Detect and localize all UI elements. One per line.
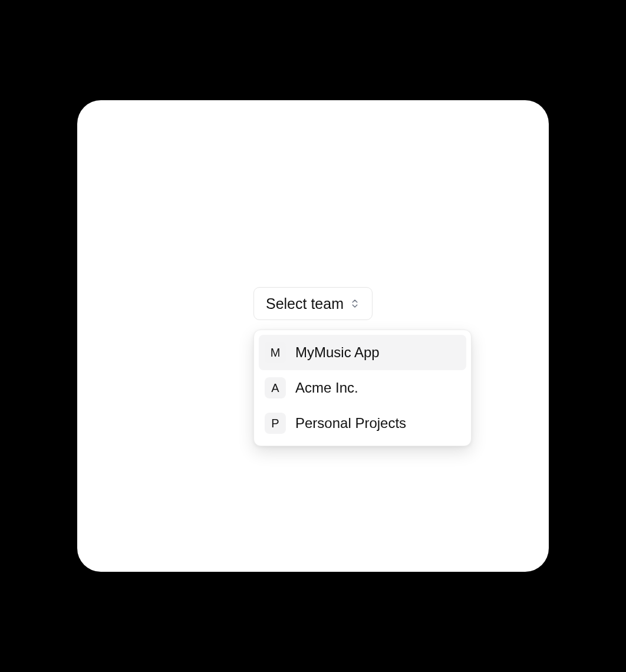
option-label: Personal Projects: [295, 415, 406, 432]
option-label: MyMusic App: [295, 344, 380, 361]
team-selector: Select team M MyMusic App A Acme Inc.: [253, 287, 373, 320]
select-team-trigger[interactable]: Select team: [253, 287, 373, 320]
avatar: M: [265, 342, 286, 363]
option-label: Acme Inc.: [295, 380, 358, 397]
avatar-initial: P: [271, 417, 279, 430]
avatar: P: [265, 413, 286, 434]
team-option-mymusic[interactable]: M MyMusic App: [259, 335, 466, 370]
chevrons-up-down-icon: [350, 298, 360, 309]
card: Select team M MyMusic App A Acme Inc.: [77, 100, 549, 572]
team-dropdown: M MyMusic App A Acme Inc. P Personal Pro…: [253, 330, 472, 446]
avatar-initial: M: [271, 346, 281, 360]
avatar: A: [265, 377, 286, 398]
team-option-acme[interactable]: A Acme Inc.: [259, 370, 466, 406]
select-placeholder: Select team: [266, 295, 344, 312]
avatar-initial: A: [271, 381, 279, 395]
team-option-personal[interactable]: P Personal Projects: [259, 406, 466, 441]
